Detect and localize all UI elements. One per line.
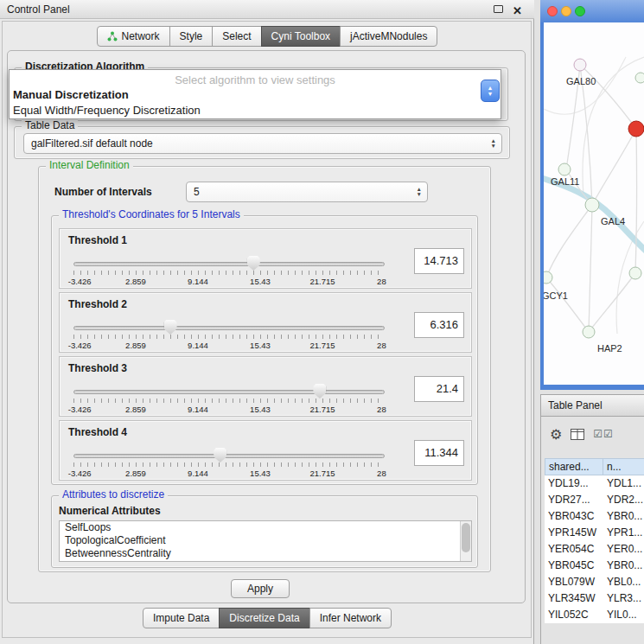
table-row[interactable]: YIL052CYIL0...: [545, 607, 644, 623]
tab-discretize-data[interactable]: Discretize Data: [219, 608, 309, 628]
apply-button[interactable]: Apply: [231, 579, 290, 598]
interval-definition-group: Interval Definition Number of Intervals …: [38, 166, 491, 572]
slider-tick-labels: -3.4262.859 9.14415.43 21.71528: [73, 469, 385, 479]
node-label: GAL4: [601, 216, 625, 226]
table-panel-body: ⚙ ☑☑ shared... n... YDL19...YDL1... YDR2…: [540, 417, 644, 644]
threshold-value-field[interactable]: 11.344: [414, 440, 464, 466]
close-icon[interactable]: ✕: [513, 2, 522, 21]
column-header[interactable]: n...: [603, 458, 644, 475]
table-row[interactable]: YER054CYER0...: [545, 541, 644, 558]
node-table: shared... n... YDL19...YDL1... YDR27...Y…: [545, 458, 644, 623]
table-panel-toolbar: ⚙ ☑☑: [550, 424, 614, 444]
threshold-3-slider[interactable]: -3.4262.859 9.14415.43 21.71528: [73, 386, 385, 416]
table-panel-header: Table Panel: [540, 394, 644, 417]
control-panel-window: Control Panel ✕ Network Style Select Cyn…: [0, 0, 534, 644]
group-title: Attributes to discretize: [59, 488, 168, 501]
threshold-2-slider[interactable]: -3.4262.859 9.14415.43 21.71528: [73, 322, 385, 352]
numerical-attributes-label: Numerical Attributes: [59, 505, 161, 517]
traffic-light-zoom-icon[interactable]: [575, 6, 585, 16]
table-row[interactable]: YDL19...YDL1...: [545, 475, 644, 492]
tab-label: jActiveMNodules: [350, 27, 427, 46]
tab-network[interactable]: Network: [97, 26, 170, 47]
tab-impute-data[interactable]: Impute Data: [143, 608, 220, 628]
algorithm-placeholder: Select algorithm to view settings: [10, 70, 501, 86]
combo-stepper-icon: ▲▼: [491, 138, 501, 149]
group-title: Interval Definition: [46, 159, 133, 171]
column-header[interactable]: shared...: [545, 458, 603, 475]
network-node[interactable]: [583, 326, 595, 338]
node-label: GAL11: [551, 176, 579, 187]
table-data-group: Table Data galFiltered.sif default node …: [14, 126, 510, 159]
threshold-label: Threshold 4: [68, 426, 127, 438]
table-row[interactable]: YBL079WYBL0...: [545, 574, 644, 590]
tab-label: Select: [222, 27, 251, 46]
network-node[interactable]: [585, 198, 599, 212]
node-label: GAL80: [566, 76, 596, 86]
network-node-selected[interactable]: [628, 121, 644, 137]
threshold-value-field[interactable]: 6.316: [414, 312, 464, 338]
tab-label: Network: [122, 27, 160, 46]
slider-thumb[interactable]: [164, 320, 177, 335]
num-intervals-combo[interactable]: 5 ▲▼: [186, 182, 428, 202]
threshold-1-slider[interactable]: -3.4262.859 9.14415.43 21.71528: [73, 258, 385, 288]
algorithm-option[interactable]: Equal Width/Frequency Discretization: [10, 102, 501, 118]
network-canvas[interactable]: GAL80 GAL11 GAL4 GCY1 HAP2: [544, 22, 644, 385]
threshold-label: Threshold 2: [68, 298, 127, 310]
slider-track[interactable]: [73, 454, 385, 458]
algorithm-combo-stepper-icon[interactable]: ▲▼: [481, 80, 500, 102]
attributes-group: Attributes to discretize Numerical Attri…: [51, 495, 478, 568]
table-row[interactable]: YBR043CYBR0...: [545, 508, 644, 525]
tab-cyni-toolbox[interactable]: Cyni Toolbox: [261, 26, 341, 47]
gear-icon[interactable]: ⚙: [550, 426, 562, 443]
slider-thumb[interactable]: [247, 256, 260, 271]
thick-edge[interactable]: [544, 176, 644, 254]
tab-style[interactable]: Style: [169, 26, 214, 47]
threshold-value-field[interactable]: 14.713: [414, 248, 464, 274]
tab-jactivemnodules[interactable]: jActiveMNodules: [340, 26, 437, 47]
table-row[interactable]: YDR27...YDR2...: [545, 492, 644, 508]
threshold-label: Threshold 1: [68, 234, 127, 246]
traffic-light-close-icon[interactable]: [547, 6, 558, 16]
list-item[interactable]: BetweennessCentrality: [60, 547, 471, 560]
network-node[interactable]: [544, 271, 552, 284]
columns-icon[interactable]: [571, 429, 584, 440]
slider-track[interactable]: [73, 326, 385, 330]
network-view-window: GAL80 GAL11 GAL4 GCY1 HAP2: [540, 0, 644, 390]
threshold-3-panel: Threshold 3 -3.4262.859 9.14415.43 21.71…: [59, 356, 472, 417]
algorithm-dropdown-popup: Select algorithm to view settings Manual…: [9, 69, 501, 119]
tab-select[interactable]: Select: [212, 26, 261, 47]
network-graph: GAL80 GAL11 GAL4 GCY1 HAP2: [544, 22, 644, 385]
slider-ticks: [73, 271, 385, 275]
threshold-4-slider[interactable]: -3.4262.859 9.14415.43 21.71528: [73, 450, 385, 480]
slider-track[interactable]: [73, 262, 385, 266]
group-title: Threshold's Coordinates for 5 Intervals: [59, 208, 244, 220]
network-node[interactable]: [574, 59, 586, 71]
float-window-icon[interactable]: [494, 5, 503, 13]
slider-track[interactable]: [73, 390, 385, 394]
node-label: GCY1: [544, 290, 568, 301]
threshold-2-panel: Threshold 2 -3.4262.859 9.14415.43 21.71…: [59, 292, 472, 353]
slider-thumb[interactable]: [214, 448, 226, 462]
list-item[interactable]: TopologicalCoefficient: [60, 534, 471, 547]
threshold-1-panel: Threshold 1 -3.4262.859 9.14415.43 21.71…: [59, 228, 472, 289]
list-item[interactable]: SelfLoops: [60, 521, 471, 534]
threshold-value-field[interactable]: 21.4: [414, 376, 464, 402]
top-tab-bar: Network Style Select Cyni Toolbox jActiv…: [0, 26, 534, 47]
table-row[interactable]: YBR045CYBR0...: [545, 558, 644, 574]
slider-thumb[interactable]: [313, 384, 326, 399]
network-node[interactable]: [558, 163, 571, 175]
list-scrollbar[interactable]: [460, 521, 471, 561]
table-row[interactable]: YLR345WYLR3...: [545, 590, 644, 607]
checkbox-icon[interactable]: ☑☑: [593, 428, 614, 440]
network-window-titlebar: [540, 0, 644, 22]
tab-label: Style: [180, 27, 203, 46]
network-node[interactable]: [635, 73, 644, 83]
tab-label: Cyni Toolbox: [271, 27, 330, 46]
table-data-combo[interactable]: galFiltered.sif default node ▲▼: [23, 133, 502, 154]
algorithm-option[interactable]: Manual Discretization: [10, 86, 501, 102]
traffic-light-minimize-icon[interactable]: [561, 6, 571, 16]
network-node[interactable]: [629, 267, 641, 279]
slider-ticks: [73, 462, 385, 467]
table-row[interactable]: YPR145WYPR1...: [545, 525, 644, 541]
tab-infer-network[interactable]: Infer Network: [309, 608, 392, 628]
